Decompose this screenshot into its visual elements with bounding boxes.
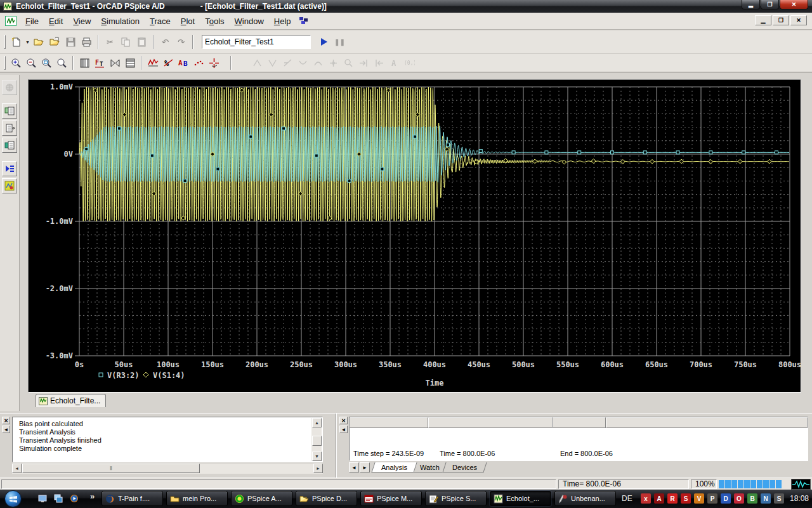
print-icon[interactable] xyxy=(79,34,95,50)
output-window-icon[interactable] xyxy=(2,178,17,193)
zoom-fit-icon[interactable] xyxy=(54,56,69,70)
taskbar-button-pspice-m[interactable]: PSpice M... xyxy=(360,491,422,506)
waveform-plot-window[interactable]: 1.0mV0V-1.0mV-2.0mV-3.0mV0s50us100us150u… xyxy=(28,79,801,393)
evaluate-measurement-icon[interactable]: % xyxy=(160,56,176,70)
language-indicator[interactable]: DE xyxy=(622,494,632,503)
svg-text:200us: 200us xyxy=(246,360,268,369)
open-file-icon[interactable] xyxy=(31,34,47,50)
output-panel-close-icon[interactable]: ✕ xyxy=(2,417,10,424)
new-file-dropdown-icon[interactable]: ▼ xyxy=(24,34,31,50)
taskbar-button-pspice-s[interactable]: PSpice S... xyxy=(425,491,487,506)
windows-taskbar: » T-Pain f....mein Pro...PSpice A...PSpi… xyxy=(0,490,812,508)
performance-analysis-icon[interactable] xyxy=(107,56,122,70)
mdi-minimize-button[interactable]: ▁ xyxy=(755,15,771,25)
mark-data-points-icon[interactable] xyxy=(191,56,206,70)
simulation-name-input[interactable] xyxy=(202,35,311,49)
menu-simulation[interactable]: Simulation xyxy=(96,14,145,29)
minimize-button[interactable]: ▂ xyxy=(742,0,760,10)
adobe-reader-icon[interactable]: A xyxy=(654,493,664,504)
avira-antivirus-icon[interactable]: R xyxy=(667,493,678,504)
fourier-fft-icon[interactable]: FT xyxy=(92,56,107,70)
taskbar-button-pspice-a[interactable]: PSpice A... xyxy=(231,491,292,506)
menu-file[interactable]: File xyxy=(20,14,44,29)
log-x-axis-icon[interactable] xyxy=(77,56,92,70)
simulation-output-list[interactable]: Bias point calculatedTransient AnalysisT… xyxy=(12,417,323,462)
panel-divider[interactable] xyxy=(336,414,337,478)
taskbar-button-pspice-d[interactable]: PSpice D... xyxy=(296,491,357,506)
taskbar-button-t-pain-f[interactable]: T-Pain f.... xyxy=(102,491,163,506)
cadence-icon[interactable] xyxy=(299,16,309,25)
toggle-cursor-icon[interactable] xyxy=(206,56,221,70)
media-player-icon[interactable] xyxy=(69,493,80,504)
watch-header-cell[interactable] xyxy=(428,417,553,428)
close-button[interactable]: ✕ xyxy=(780,0,808,10)
zoom-out-icon[interactable] xyxy=(23,56,39,70)
menu-trace[interactable]: Trace xyxy=(145,14,176,29)
menu-tools[interactable]: Tools xyxy=(200,14,229,29)
status-message-cell xyxy=(1,479,556,489)
volume-tool-icon[interactable]: V xyxy=(694,493,704,504)
add-trace-icon[interactable] xyxy=(145,56,160,70)
taskbar-button-mein-pro[interactable]: mein Pro... xyxy=(166,491,228,506)
quick-launch-overflow-icon[interactable]: » xyxy=(90,492,95,501)
simulation-queue-icon[interactable] xyxy=(2,161,17,176)
scroll-down-icon[interactable]: ▼ xyxy=(312,452,322,461)
new-file-icon[interactable] xyxy=(8,34,24,50)
menu-help[interactable]: Help xyxy=(269,14,296,29)
watch-panel-collapse-icon[interactable]: ◄ xyxy=(339,426,348,433)
taskbar-button-echolot[interactable]: Echolot_... xyxy=(490,491,551,506)
zoom-area-icon[interactable] xyxy=(39,56,54,70)
toolbar-grip[interactable] xyxy=(4,56,6,70)
switch-windows-icon[interactable] xyxy=(53,493,64,504)
view-output-file-icon[interactable] xyxy=(2,120,17,136)
toolbar-grip[interactable] xyxy=(4,35,6,49)
tab-analysis[interactable]: Analysis xyxy=(371,462,417,472)
taskbar-button-unbenan[interactable]: Unbenan... xyxy=(554,491,616,506)
zoom-in-icon[interactable] xyxy=(8,56,23,70)
menu-view[interactable]: View xyxy=(68,14,96,29)
menu-plot[interactable]: Plot xyxy=(176,14,200,29)
document-icon[interactable] xyxy=(5,16,16,26)
output-horizontal-scrollbar[interactable]: ◄ ⫴ ► xyxy=(12,464,323,474)
scroll-left-icon[interactable]: ◄ xyxy=(12,464,22,473)
display-settings-icon[interactable]: D xyxy=(721,493,731,504)
cursor-slope-icon xyxy=(280,56,295,70)
opera-icon[interactable]: O xyxy=(734,493,744,504)
scroll-right-icon[interactable]: ► xyxy=(313,464,323,473)
output-panel-collapse-icon[interactable]: ◄ xyxy=(2,426,10,433)
text-label-icon[interactable]: AB xyxy=(176,56,191,70)
restore-button[interactable]: ❐ xyxy=(761,0,779,10)
taskbar-clock[interactable]: 18:08 xyxy=(790,494,809,503)
security-alert-icon[interactable]: x xyxy=(641,493,651,504)
view-simulation-results-icon[interactable] xyxy=(2,103,17,119)
tab-echolot-filter-test1[interactable]: Echolot_Filte... xyxy=(36,394,106,407)
show-desktop-icon[interactable] xyxy=(37,493,48,504)
avira-guard-icon[interactable]: S xyxy=(681,493,691,504)
tab-scroll-right-icon[interactable]: ► xyxy=(360,462,370,472)
mdi-restore-button[interactable]: ❐ xyxy=(773,15,789,25)
menu-window[interactable]: Window xyxy=(230,14,269,29)
speaker-icon[interactable]: S xyxy=(774,493,784,504)
watch-header-cell[interactable] xyxy=(606,417,808,428)
svg-text:700us: 700us xyxy=(690,360,712,369)
vscroll-thumb[interactable] xyxy=(312,436,322,446)
pointer-device-icon[interactable]: P xyxy=(707,493,717,504)
network-icon[interactable]: N xyxy=(761,493,771,504)
watch-header-cell[interactable] xyxy=(553,417,606,428)
menu-edit[interactable]: Edit xyxy=(44,14,68,29)
output-vertical-scrollbar[interactable]: ▲ ▼ xyxy=(311,418,322,461)
hscroll-thumb[interactable]: ⫴ xyxy=(22,464,200,473)
start-button[interactable] xyxy=(4,490,22,507)
log-y-axis-icon[interactable] xyxy=(122,56,138,70)
run-simulation-icon[interactable] xyxy=(316,34,332,50)
scroll-up-icon[interactable]: ▲ xyxy=(312,418,322,427)
watch-header-cell[interactable] xyxy=(350,417,428,428)
mdi-close-button[interactable]: ✕ xyxy=(790,15,807,25)
battery-icon[interactable]: B xyxy=(747,493,757,504)
tab-scroll-left-icon[interactable]: ◄ xyxy=(349,462,359,472)
tab-devices[interactable]: Devices xyxy=(442,462,487,472)
append-file-icon[interactable] xyxy=(47,34,63,50)
view-circuit-file-icon[interactable] xyxy=(2,138,17,153)
svg-text:500us: 500us xyxy=(512,360,535,369)
watch-panel-close-icon[interactable]: ✕ xyxy=(339,417,348,424)
